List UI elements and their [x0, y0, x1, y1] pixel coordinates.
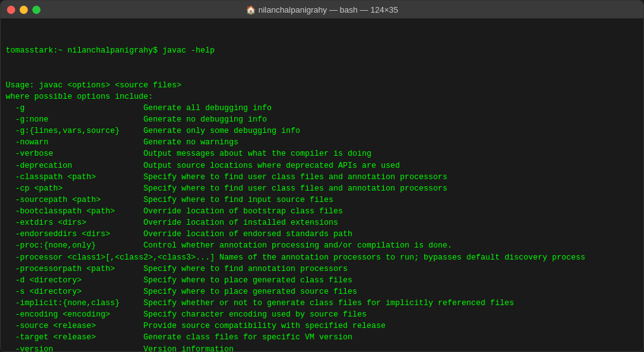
- terminal-line: -g Generate all debugging info: [6, 103, 638, 114]
- terminal-line: -extdirs <dirs> Override location of ins…: [6, 217, 638, 229]
- terminal-line: -version Version information: [6, 344, 638, 352]
- prompt: tomasstark:~ nilanchalpanigrahy$: [6, 46, 158, 55]
- terminal-line: -encoding <encoding> Specify character e…: [6, 309, 638, 320]
- terminal-line: Usage: javac <options> <source files>: [6, 80, 638, 91]
- terminal-line: -deprecation Output source locations whe…: [6, 160, 638, 172]
- terminal-line: -verbose Output messages about what the …: [6, 148, 638, 160]
- terminal-line: -source <release> Provide source compati…: [6, 320, 638, 332]
- terminal-line: -implicit:{none,class} Specify whether o…: [6, 298, 638, 309]
- terminal-line: -proc:{none,only} Control whether annota…: [6, 240, 638, 251]
- traffic-lights: [7, 6, 41, 14]
- terminal-line: -classpath <path> Specify where to find …: [6, 172, 638, 183]
- terminal-line: where possible options include:: [6, 91, 638, 103]
- terminal-line: -d <directory> Specify where to place ge…: [6, 275, 638, 286]
- terminal-line: -nowarn Generate no warnings: [6, 137, 638, 148]
- title-bar: 🏠 nilanchalpanigrahy — bash — 124×35: [1, 1, 643, 18]
- terminal-line: -bootclasspath <path> Override location …: [6, 206, 638, 217]
- terminal-line: -g:{lines,vars,source} Generate only som…: [6, 125, 638, 137]
- terminal-output: Usage: javac <options> <source files>whe…: [6, 80, 638, 351]
- terminal-line: -sourcepath <path> Specify where to find…: [6, 194, 638, 206]
- terminal-line: -cp <path> Specify where to find user cl…: [6, 183, 638, 194]
- terminal-line: -s <directory> Specify where to place ge…: [6, 286, 638, 298]
- command: javac -help: [158, 46, 215, 55]
- window-title: 🏠 nilanchalpanigrahy — bash — 124×35: [246, 5, 398, 15]
- maximize-button[interactable]: [32, 6, 41, 14]
- terminal-line: -g:none Generate no debugging info: [6, 114, 638, 125]
- prompt-line: tomasstark:~ nilanchalpanigrahy$ javac -…: [6, 45, 638, 56]
- terminal-line: -endorseddirs <dirs> Override location o…: [6, 229, 638, 240]
- terminal-window: 🏠 nilanchalpanigrahy — bash — 124×35 tom…: [0, 0, 644, 352]
- terminal-line: -processor <class1>[,<class2>,<class3>..…: [6, 252, 638, 263]
- minimize-button[interactable]: [20, 6, 28, 14]
- close-button[interactable]: [7, 6, 15, 14]
- terminal-body[interactable]: tomasstark:~ nilanchalpanigrahy$ javac -…: [1, 18, 643, 351]
- terminal-line: -target <release> Generate class files f…: [6, 332, 638, 343]
- terminal-line: -processorpath <path> Specify where to f…: [6, 263, 638, 275]
